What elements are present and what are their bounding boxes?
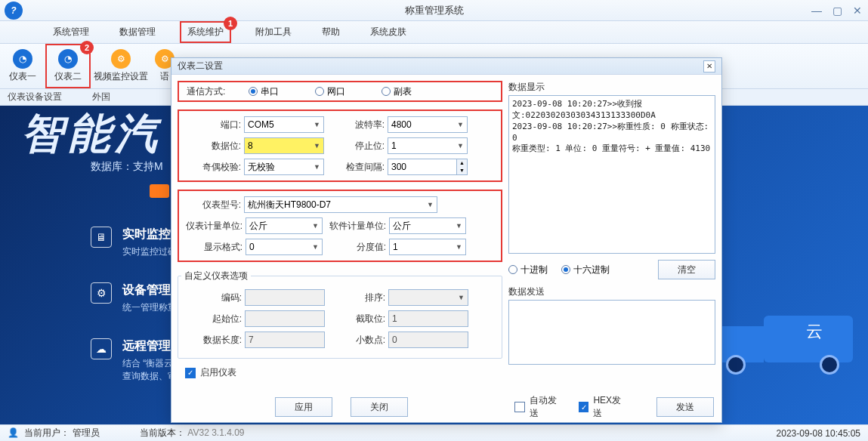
dialog-close-button[interactable]: ✕ (703, 60, 715, 72)
baud-label: 波特率: (324, 119, 385, 131)
toolbar-meter-1[interactable]: ◔ 仪表一 (0, 44, 45, 88)
window-title: 称重管理系统 (0, 4, 868, 17)
menu-addon-tools[interactable]: 附加工具 (249, 23, 298, 42)
decimal-input (388, 332, 468, 348)
radix-decimal[interactable]: 十进制 (508, 264, 548, 276)
custom-options-fieldset: 自定义仪表选项 编码: 排序: ▼ 起始位: 截取位: 数据长度: 小数点: (178, 270, 502, 359)
radio-secondary[interactable]: 副表 (381, 85, 412, 98)
annotation-badge-1: 1 (224, 17, 237, 30)
enable-meter-checkbox[interactable]: ✓启用仪表 (185, 366, 502, 379)
menu-help[interactable]: 帮助 (316, 23, 346, 42)
disp-fmt-value: 0 (249, 242, 255, 252)
menu-system-maintain[interactable]: 系统维护 1 (180, 21, 231, 43)
serial-settings-group: 端口: COM5▼ 波特率: 4800▼ 数据位: 8▼ 停止位: 1▼ 奇偶校… (178, 109, 502, 182)
chevron-down-icon: ▼ (312, 243, 319, 251)
feature-remote-desc: 结合 “衡器云 查询数据、审 (122, 357, 177, 383)
meter-unit-label: 仪表计量单位: (181, 220, 242, 233)
disp-fmt-select[interactable]: 0▼ (246, 239, 323, 255)
chevron-down-icon: ▼ (314, 142, 320, 150)
radio-network[interactable]: 网口 (315, 85, 345, 98)
chevron-down-icon: ▼ (457, 121, 464, 128)
data-display-box[interactable]: 2023-09-08 10:20:27>>收到报 文:0220302030303… (508, 95, 715, 254)
meter-unit-select[interactable]: 公斤▼ (246, 217, 323, 234)
len-label: 数据长度: (181, 334, 242, 347)
orange-button-partial[interactable] (150, 184, 169, 198)
stopbits-value: 1 (391, 140, 397, 151)
decimal-label: 小数点: (325, 334, 385, 347)
data-send-box[interactable] (508, 300, 715, 365)
cloud-label: 云 (806, 320, 823, 343)
interval-down[interactable]: ▼ (456, 167, 467, 174)
radix-decimal-label: 十进制 (520, 264, 548, 276)
db-info-text: 数据库：支持M (91, 160, 163, 174)
port-value: COM5 (248, 119, 274, 130)
maximize-button[interactable]: ▢ (832, 5, 842, 17)
menu-system-maintain-label: 系统维护 (187, 26, 224, 37)
radix-hex[interactable]: 十六进制 (561, 264, 610, 276)
cut-label: 截取位: (325, 313, 385, 325)
soft-unit-select[interactable]: 公斤▼ (389, 217, 466, 234)
close-dialog-button[interactable]: 关闭 (351, 397, 408, 417)
gauge-icon: ◔ (13, 49, 32, 69)
current-user-value: 管理员 (73, 427, 100, 438)
hex-send-checkbox[interactable]: ✓HEX发送 (579, 394, 629, 420)
gauge-icon: ◔ (58, 49, 78, 69)
chevron-down-icon: ▼ (457, 142, 464, 150)
port-label: 端口: (181, 119, 241, 131)
monitor-icon: 🖥 (91, 227, 112, 248)
auto-send-checkbox[interactable]: 自动发送 (514, 394, 565, 420)
parity-value: 无校验 (248, 161, 275, 174)
chevron-down-icon: ▼ (458, 294, 465, 301)
annotation-badge-2: 2 (80, 41, 94, 54)
stopbits-select[interactable]: 1▼ (388, 137, 468, 154)
minimize-button[interactable]: — (811, 5, 822, 17)
model-select[interactable]: 杭州衡天HT9800-D7▼ (244, 196, 437, 213)
start-input (245, 310, 325, 327)
auto-send-label: 自动发送 (530, 394, 565, 420)
toolbar-meter-2[interactable]: ◔ 仪表二 2 (45, 44, 91, 88)
len-input (245, 332, 325, 348)
meter2-settings-dialog: 仪表二设置 ✕ 通信方式: 串口 网口 副表 端口: COM5▼ 波特率: 48… (171, 57, 722, 423)
baud-select[interactable]: 4800▼ (388, 116, 468, 133)
division-select[interactable]: 1▼ (389, 239, 466, 255)
menu-system-manage[interactable]: 系统管理 (47, 23, 95, 42)
user-icon: 👤 (8, 427, 19, 438)
radio-serial[interactable]: 串口 (249, 85, 279, 98)
send-button[interactable]: 发送 (656, 397, 714, 417)
radix-hex-label: 十六进制 (573, 264, 610, 276)
chevron-down-icon: ▼ (427, 201, 434, 208)
parity-select[interactable]: 无校验▼ (244, 159, 324, 175)
chevron-down-icon: ▼ (456, 222, 462, 230)
hex-send-label: HEX发送 (593, 394, 629, 420)
version-value: AV32 3.1.4.09 (187, 427, 244, 438)
clear-button[interactable]: 清空 (658, 260, 715, 279)
chevron-down-icon: ▼ (314, 121, 320, 128)
code-input (245, 289, 325, 306)
order-label: 排序: (325, 291, 385, 304)
feature-device-desc: 统一管理称重 (122, 301, 177, 314)
model-label: 仪表型号: (181, 199, 241, 211)
status-datetime: 2023-09-08 10:45:05 (777, 428, 860, 439)
interval-up[interactable]: ▲ (456, 159, 467, 167)
feature-device-title: 设备管理 (122, 282, 177, 298)
chevron-down-icon: ▼ (314, 163, 320, 171)
statusbar: 👤 当前用户： 管理员 当前版本： AV32 3.1.4.09 2023-09-… (0, 424, 868, 441)
division-label: 分度值: (323, 241, 386, 254)
apply-button[interactable]: 应用 (275, 397, 332, 417)
port-select[interactable]: COM5▼ (244, 116, 324, 133)
menubar: 系统管理 数据管理 系统维护 1 附加工具 帮助 系统皮肤 (0, 21, 868, 44)
menu-skins[interactable]: 系统皮肤 (364, 23, 412, 42)
chevron-down-icon: ▼ (456, 243, 462, 251)
menu-data-manage[interactable]: 数据管理 (113, 23, 162, 42)
databits-select[interactable]: 8▼ (244, 137, 324, 154)
databits-value: 8 (248, 140, 253, 151)
chevron-down-icon: ▼ (312, 222, 319, 230)
comm-method-group: 通信方式: 串口 网口 副表 (178, 81, 502, 102)
close-button[interactable]: ✕ (853, 5, 862, 17)
radio-serial-label: 串口 (261, 85, 279, 98)
sub-left-label: 仪表设备设置 (8, 91, 62, 103)
model-value: 杭州衡天HT9800-D7 (248, 199, 331, 211)
feature-realtime-desc: 实时监控过磅 (122, 245, 177, 258)
feature-remote-title: 远程管理 (122, 338, 177, 354)
toolbar-video-settings[interactable]: ⚙ 视频监控设置 (91, 44, 151, 88)
